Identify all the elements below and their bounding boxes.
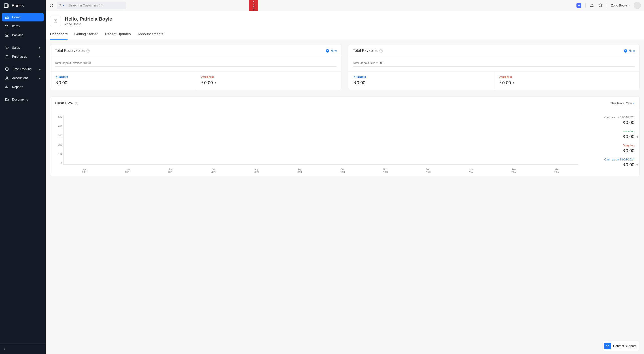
header-tabs: Dashboard Getting Started Recent Updates… <box>50 32 640 39</box>
chevron-down-icon: ▼ <box>214 82 216 84</box>
sidebar-item-label: Items <box>12 24 20 28</box>
user-icon <box>5 76 9 80</box>
payables-current-value: ₹0.00 <box>354 80 488 85</box>
chevron-right-icon: ▶ <box>39 68 41 70</box>
payables-overdue-stat: OVERDUE ₹0.00 ▼ <box>494 71 639 90</box>
chart-x-axis: Apr2023May2023Jun2023Jul2023Aug2023Sep20… <box>63 168 578 174</box>
sidebar-item-time-tracking[interactable]: Time Tracking ▶ <box>2 65 44 73</box>
help-icon[interactable]: ? <box>86 49 90 52</box>
y-tick: 2 K <box>55 143 62 146</box>
org-logo-placeholder[interactable] <box>50 16 61 26</box>
contact-support-button[interactable]: Contact Support <box>603 341 639 351</box>
sidebar-item-label: Accountant <box>12 76 28 80</box>
tab-recent-updates[interactable]: Recent Updates <box>105 32 131 39</box>
x-tick: Apr2023 <box>63 168 106 174</box>
sidebar-item-label: Sales <box>12 46 20 49</box>
cashflow-period-selector[interactable]: This Fiscal Year ▾ <box>610 101 634 105</box>
sidebar-item-sales[interactable]: Sales ▶ <box>2 43 44 52</box>
chart-icon <box>5 85 9 89</box>
chart-y-axis: 5 K4 K3 K2 K1 K0 <box>55 115 62 165</box>
org-selector[interactable]: Zoho Books ▾ <box>611 3 630 7</box>
plus-circle-icon: + <box>624 49 627 52</box>
avatar[interactable] <box>634 2 641 9</box>
receivables-overdue-stat: OVERDUE ₹0.00 ▼ <box>196 71 341 90</box>
incoming-value: ₹0.00 <box>590 134 634 139</box>
chevron-down-icon: ▼ <box>512 82 514 84</box>
svg-point-7 <box>600 5 601 6</box>
sidebar-item-purchases[interactable]: Purchases ▶ <box>2 52 44 61</box>
refresh-button[interactable] <box>49 3 54 8</box>
help-icon[interactable]: ? <box>75 102 78 105</box>
bank-icon <box>5 33 9 37</box>
plus-sign: + <box>636 135 638 139</box>
tag-icon <box>5 24 9 28</box>
payables-overdue-value[interactable]: ₹0.00 ▼ <box>499 80 634 85</box>
x-tick: Jun2023 <box>149 168 192 174</box>
settings-button[interactable] <box>598 3 603 7</box>
greeting-subtitle: Zoho Books <box>65 22 112 26</box>
sidebar-item-accountant[interactable]: Accountant ▶ <box>2 74 44 82</box>
x-tick: May2023 <box>106 168 149 174</box>
document-icon <box>53 19 58 23</box>
sidebar-item-label: Documents <box>12 98 28 101</box>
sidebar-item-banking[interactable]: Banking <box>2 31 44 39</box>
search-scope-selector[interactable]: ▼ <box>58 4 66 7</box>
new-label: New <box>330 49 337 52</box>
home-icon <box>5 15 9 19</box>
payables-card: Total Payables ? + New Total Unpaid Bill… <box>348 44 640 90</box>
receivables-current-stat: CURRENT ₹0.00 <box>50 71 196 90</box>
payables-title: Total Payables <box>353 48 378 53</box>
support-label: Contact Support <box>613 344 636 348</box>
chevron-down-icon: ▾ <box>628 4 630 6</box>
brand[interactable]: Books <box>0 0 46 11</box>
x-tick: Jul2023 <box>192 168 235 174</box>
plus-circle-icon: + <box>326 49 329 52</box>
payables-unpaid-text: Total Unpaid Bills ₹0.00 <box>353 61 635 65</box>
x-tick: Aug2023 <box>235 168 278 174</box>
payables-new-button[interactable]: + New <box>624 49 635 52</box>
tab-dashboard[interactable]: Dashboard <box>50 32 68 39</box>
sidebar-item-items[interactable]: Items <box>2 22 44 30</box>
notifications-button[interactable] <box>590 3 594 7</box>
divider <box>586 3 586 8</box>
y-tick: 5 K <box>55 115 62 118</box>
page-header: Hello, Patricia Boyle Zoho Books Dashboa… <box>46 11 644 40</box>
sidebar-item-documents[interactable]: Documents <box>2 95 44 104</box>
chevron-down-icon: ▾ <box>633 102 634 104</box>
sidebar-item-label: Reports <box>12 85 23 89</box>
y-tick: 0 <box>55 162 62 165</box>
period-label: This Fiscal Year <box>610 101 632 105</box>
search-input[interactable] <box>66 3 124 7</box>
tab-getting-started[interactable]: Getting Started <box>74 32 98 39</box>
overdue-value-text: ₹0.00 <box>201 80 213 85</box>
greeting-title: Hello, Patricia Boyle <box>65 16 112 22</box>
svg-point-2 <box>6 49 7 49</box>
stat-label-current: CURRENT <box>56 76 190 79</box>
svg-rect-0 <box>4 3 8 7</box>
x-tick: Feb2024 <box>492 168 535 174</box>
bell-icon <box>590 3 594 7</box>
receivables-overdue-value[interactable]: ₹0.00 ▼ <box>201 80 336 85</box>
svg-point-5 <box>6 77 8 78</box>
tab-announcements[interactable]: Announcements <box>138 32 164 39</box>
org-name: Zoho Books <box>611 3 628 7</box>
receivables-new-button[interactable]: + New <box>326 49 337 52</box>
svg-point-3 <box>8 49 8 49</box>
content: Total Receivables ? + New Total Unpaid I… <box>46 40 644 354</box>
cashflow-chart: 5 K4 K3 K2 K1 K0 Apr2023May2023Jun2023Ju… <box>55 115 583 174</box>
receivables-unpaid-text: Total Unpaid Invoices ₹0.00 <box>55 61 337 65</box>
new-label: New <box>628 49 635 52</box>
closing-label: Cash as on 31/03/2024 <box>590 158 634 161</box>
sidebar-item-reports[interactable]: Reports <box>2 83 44 91</box>
sidebar-item-label: Time Tracking <box>12 67 32 71</box>
help-icon[interactable]: ? <box>380 49 383 52</box>
x-tick: Jan2024 <box>450 168 492 174</box>
x-tick: Oct2023 <box>321 168 364 174</box>
sidebar-collapse[interactable]: ‹ <box>0 344 46 354</box>
sidebar-item-home[interactable]: Home <box>2 13 44 21</box>
overdue-value-text: ₹0.00 <box>499 80 511 85</box>
quick-add-button[interactable]: + <box>576 3 582 8</box>
payables-progress-bar <box>353 66 635 67</box>
gear-icon <box>598 3 602 7</box>
y-tick: 1 K <box>55 153 62 155</box>
